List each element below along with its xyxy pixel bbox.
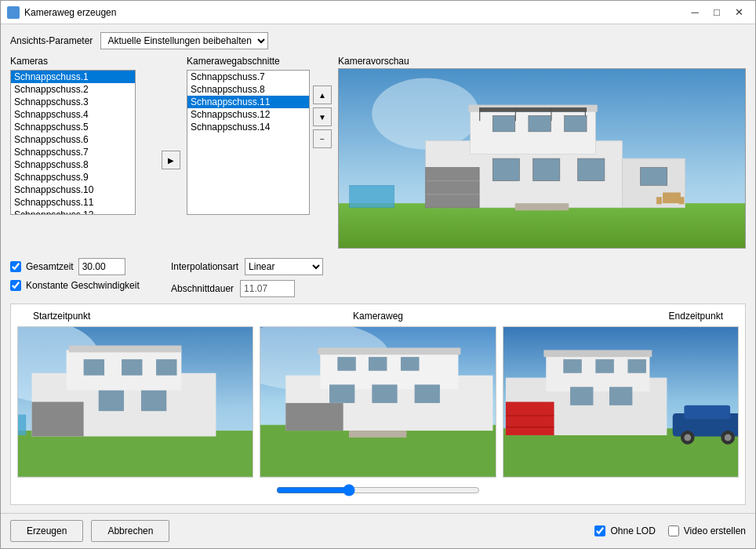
interpolation-label: Interpolationsart [171,261,238,272]
svg-rect-51 [369,357,387,371]
abschnitt-row: Abschnittdauer [171,280,328,297]
camera-list-item[interactable]: Schnappschuss.4 [11,108,135,121]
waypoints-list-area: Schnappschuss.7Schnappschuss.8Schnappsch… [187,70,332,215]
controls-row: Gesamtzeit Konstante Geschwindigkeit Int… [10,258,746,297]
maximize-button[interactable]: □ [707,4,727,21]
waypoints-panel: Kamerawegabschnitte Schnappschuss.7Schna… [187,56,332,249]
camera-list-item[interactable]: Schnappschuss.11 [11,196,135,209]
svg-rect-66 [627,359,645,373]
ohne-lod-row: Ohne LOD [594,525,655,536]
move-up-button[interactable]: ▲ [313,85,332,104]
params-row: Ansichts-Parameter Aktuelle Einstellunge… [10,32,746,49]
svg-rect-17 [492,158,519,181]
waypoint-list-item[interactable]: Schnappschuss.11 [187,96,309,108]
svg-rect-22 [515,203,569,210]
camera-list-item[interactable]: Schnappschuss.12 [11,209,135,215]
svg-rect-34 [99,391,124,411]
svg-rect-7 [479,107,480,121]
svg-point-72 [724,434,731,442]
abbrechen-button[interactable]: Abbrechen [91,520,169,542]
svg-rect-48 [373,385,398,403]
middle-controls: Interpolationsart LinearKubischGlatt Abs… [171,258,328,297]
gesamtzeit-checkbox[interactable] [10,261,21,272]
main-window: Kameraweg erzeugen ─ □ ✕ Ansichts-Parame… [0,0,756,549]
window-icon [7,6,20,19]
svg-rect-18 [533,158,560,181]
abschnitt-label: Abschnittdauer [171,283,234,294]
title-bar: Kameraweg erzeugen ─ □ ✕ [1,1,755,24]
konstante-label: Konstante Geschwindigkeit [26,280,140,291]
waypoint-list-item[interactable]: Schnappschuss.8 [187,83,309,96]
svg-rect-53 [349,431,406,438]
camera-list-item[interactable]: Schnappschuss.1 [11,71,135,83]
svg-rect-19 [578,158,605,181]
left-controls: Gesamtzeit Konstante Geschwindigkeit [10,258,155,291]
camera-list-item[interactable]: Schnappschuss.6 [11,133,135,146]
svg-rect-64 [563,359,581,373]
preview-svg [339,69,745,248]
close-button[interactable]: ✕ [729,4,749,21]
konstante-checkbox[interactable] [10,280,21,291]
svg-rect-62 [570,387,593,405]
svg-rect-11 [492,115,515,132]
waypoints-listbox[interactable]: Schnappschuss.7Schnappschuss.8Schnappsch… [187,70,310,215]
camera-list-item[interactable]: Schnappschuss.9 [11,171,135,184]
camera-list-item[interactable]: Schnappschuss.8 [11,158,135,171]
svg-rect-24 [656,197,662,204]
bottom-images [17,326,739,478]
waypoint-list-item[interactable]: Schnappschuss.7 [187,71,309,83]
svg-rect-26 [350,185,394,208]
end-svg [503,327,738,477]
svg-rect-52 [401,357,419,371]
camera-list-item[interactable]: Schnappschuss.7 [11,146,135,158]
params-label: Ansichts-Parameter [10,35,93,46]
video-row: Video erstellen [668,525,746,536]
footer: Erzeugen Abbrechen Ohne LOD Video erstel… [1,513,755,548]
remove-button[interactable]: − [313,129,332,148]
svg-rect-65 [595,359,613,373]
konstante-row: Konstante Geschwindigkeit [10,280,155,291]
add-waypoint-area: ▶ [162,71,180,249]
svg-rect-68 [684,405,730,420]
svg-rect-36 [84,359,104,376]
move-down-button[interactable]: ▼ [313,107,332,126]
window-title: Kameraweg erzeugen [24,7,685,18]
video-checkbox[interactable] [668,525,679,536]
end-label: Endzeitpunkt [493,311,739,322]
svg-rect-49 [415,385,440,403]
preview-panel: Kameravorschau [338,56,746,249]
end-thumbnail [503,326,739,478]
params-dropdown[interactable]: Aktuelle Einstellungen beibehaltenNeue E… [100,32,268,49]
camera-list-item[interactable]: Schnappschuss.5 [11,121,135,133]
add-waypoint-button[interactable]: ▶ [162,151,180,169]
ohne-lod-label: Ohne LOD [610,525,655,536]
timeline-slider[interactable] [276,484,480,496]
waypoint-move-buttons: ▲ ▼ − [313,85,332,215]
camera-list-item[interactable]: Schnappschuss.2 [11,83,135,96]
waypoint-list-item[interactable]: Schnappschuss.14 [187,121,309,133]
ohne-lod-checkbox[interactable] [594,525,605,536]
camera-list-item[interactable]: Schnappschuss.3 [11,96,135,108]
svg-rect-23 [663,192,681,203]
middle-thumbnail [260,326,496,478]
camera-list-item[interactable]: Schnappschuss.10 [11,184,135,196]
cameras-list-container: Schnappschuss.1Schnappschuss.2Schnappsch… [10,70,155,215]
gesamtzeit-label: Gesamtzeit [26,261,74,272]
start-label: Startzeitpunkt [17,311,263,322]
minimize-button[interactable]: ─ [685,4,705,21]
svg-rect-46 [286,403,343,431]
svg-rect-25 [679,197,685,204]
bottom-section: Startzeitpunkt Kameraweg Endzeitpunkt [10,304,746,505]
svg-rect-37 [122,359,142,376]
gesamtzeit-input[interactable] [78,258,125,275]
interpolation-row: Interpolationsart LinearKubischGlatt [171,258,328,275]
erzeugen-button[interactable]: Erzeugen [10,520,83,542]
interpolation-dropdown[interactable]: LinearKubischGlatt [245,258,323,275]
gesamtzeit-row: Gesamtzeit [10,258,155,275]
video-label: Video erstellen [684,525,746,536]
main-area: Kameras Schnappschuss.1Schnappschuss.2Sc… [10,56,746,249]
cameras-label: Kameras [10,56,155,67]
cameras-listbox[interactable]: Schnappschuss.1Schnappschuss.2Schnappsch… [10,70,136,215]
waypoint-list-item[interactable]: Schnappschuss.12 [187,108,309,121]
cameras-panel: Kameras Schnappschuss.1Schnappschuss.2Sc… [10,56,155,249]
